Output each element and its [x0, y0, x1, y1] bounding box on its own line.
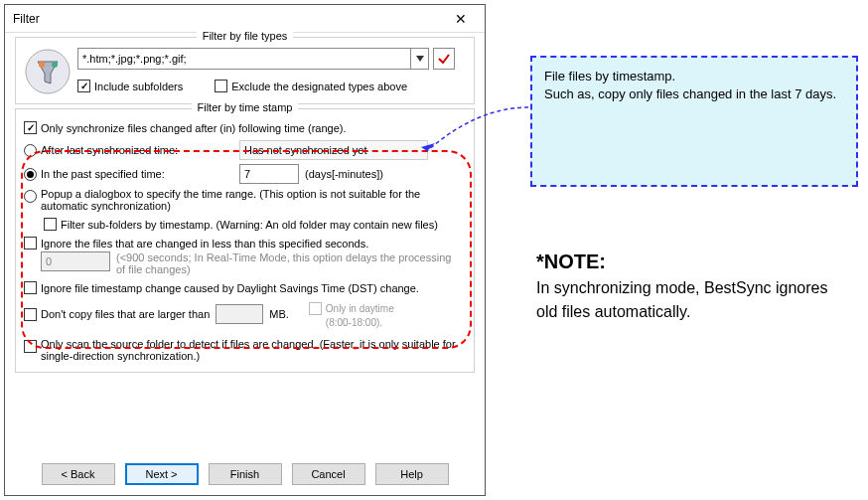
after-last-label: After last synchronized time: — [41, 144, 239, 156]
filter-subfolders-ts-checkbox[interactable] — [44, 218, 57, 231]
note-body: In synchronizing mode, BestSync ignores … — [536, 276, 844, 324]
ignore-seconds-input — [41, 251, 110, 271]
cancel-button[interactable]: Cancel — [292, 463, 365, 485]
next-button[interactable]: Next > — [125, 463, 199, 485]
popup-range-label: Popup a dialogbox to specify the time ra… — [41, 188, 458, 212]
file-types-dropdown[interactable] — [411, 48, 429, 70]
groupbox-filetypes: Filter by file types — [15, 37, 475, 104]
only-scan-checkbox[interactable] — [24, 340, 37, 353]
note-heading: *NOTE: — [536, 247, 844, 276]
svg-point-2 — [39, 62, 45, 68]
file-types-input[interactable] — [77, 48, 411, 70]
only-daytime-label: Only in daytime — [326, 303, 394, 314]
checkmark-icon — [437, 52, 451, 66]
in-past-unit: (days[-minutes]) — [305, 168, 383, 180]
window-title: Filter — [13, 12, 441, 26]
in-past-label: In the past specified time: — [41, 168, 239, 180]
chevron-down-icon — [416, 56, 424, 62]
callout-text: File files by timestamp. Such as, copy o… — [544, 69, 836, 101]
only-daytime-checkbox[interactable] — [309, 302, 322, 315]
dont-copy-larger-checkbox[interactable] — [24, 308, 37, 321]
after-last-value: Has not synchronized yet — [239, 140, 428, 160]
only-sync-checkbox[interactable] — [24, 121, 37, 134]
ignore-seconds-checkbox[interactable] — [24, 237, 37, 250]
groupbox-timestamp: Filter by time stamp Only synchronize fi… — [15, 108, 475, 373]
ignore-dst-label: Ignore file timestamp change caused by D… — [41, 282, 419, 294]
ignore-seconds-hint: (<900 seconds; In Real-Time Mode, this o… — [116, 251, 454, 275]
only-sync-label: Only synchronize files changed after (in… — [41, 122, 347, 134]
help-button[interactable]: Help — [375, 463, 449, 485]
ignore-dst-checkbox[interactable] — [24, 281, 37, 294]
only-scan-label: Only scan the source folder to detect if… — [41, 338, 458, 362]
in-past-input[interactable] — [239, 164, 299, 184]
svg-point-1 — [52, 62, 58, 68]
include-subfolders-checkbox[interactable] — [77, 80, 90, 92]
include-subfolders-label: Include subfolders — [94, 81, 183, 92]
only-daytime-hours: (8:00-18:00). — [326, 317, 394, 328]
funnel-icon — [24, 48, 72, 95]
dont-copy-larger-input — [216, 304, 263, 324]
legend-timestamp: Filter by time stamp — [192, 101, 299, 113]
dont-copy-larger-label: Don't copy files that are larger than — [41, 308, 210, 320]
file-types-apply-button[interactable] — [433, 48, 455, 70]
finish-button[interactable]: Finish — [209, 463, 282, 485]
filter-dialog: Filter ✕ Filter by file types — [4, 4, 486, 496]
callout-box: File files by timestamp. Such as, copy o… — [530, 56, 858, 187]
legend-filetypes: Filter by file types — [197, 30, 294, 42]
popup-range-radio[interactable] — [24, 190, 37, 203]
dont-copy-larger-unit: MB. — [269, 308, 289, 320]
note-block: *NOTE: In synchronizing mode, BestSync i… — [536, 247, 844, 324]
titlebar: Filter ✕ — [5, 5, 485, 33]
in-past-radio[interactable] — [24, 168, 37, 181]
button-row: < Back Next > Finish Cancel Help — [5, 463, 485, 485]
exclude-types-label: Exclude the designated types above — [231, 81, 407, 92]
ignore-seconds-label: Ignore the files that are changed in les… — [41, 238, 368, 250]
back-button[interactable]: < Back — [42, 463, 115, 485]
exclude-types-checkbox[interactable] — [215, 80, 227, 92]
after-last-radio[interactable] — [24, 144, 37, 157]
close-button[interactable]: ✕ — [441, 7, 481, 31]
filter-subfolders-ts-label: Filter sub-folders by timestamp. (Warnin… — [61, 219, 438, 231]
